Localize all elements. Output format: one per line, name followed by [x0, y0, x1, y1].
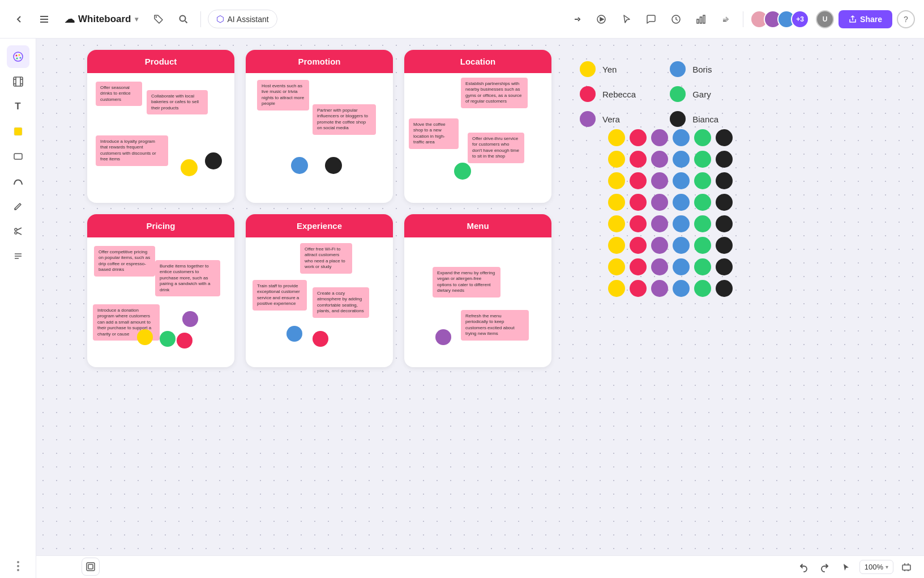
- sticky-note[interactable]: Create a cozy atmosphere by adding comfo…: [313, 287, 369, 318]
- play-button[interactable]: [591, 9, 611, 29]
- sidebar-icon-pen[interactable]: [7, 195, 29, 218]
- color-cell[interactable]: [673, 172, 690, 189]
- color-cell[interactable]: [651, 129, 668, 146]
- color-cell[interactable]: [608, 172, 625, 189]
- color-cell[interactable]: [630, 129, 647, 146]
- sticky-note[interactable]: Train staff to provide exceptional custo…: [253, 280, 307, 311]
- chat-button[interactable]: [641, 9, 661, 29]
- color-cell[interactable]: [716, 237, 733, 254]
- sidebar-icon-frame[interactable]: [7, 70, 29, 93]
- color-cell[interactable]: [651, 258, 668, 275]
- sidebar-icon-palette[interactable]: [7, 45, 29, 68]
- sidebar-icon-text[interactable]: T: [7, 95, 29, 118]
- color-cell[interactable]: [630, 215, 647, 232]
- sticky-note[interactable]: Offer drive-thru service for customers w…: [468, 133, 524, 163]
- color-cell[interactable]: [716, 280, 733, 297]
- color-cell[interactable]: [608, 129, 625, 146]
- color-cell[interactable]: [651, 215, 668, 232]
- color-cell[interactable]: [673, 194, 690, 211]
- color-cell[interactable]: [716, 129, 733, 146]
- color-cell[interactable]: [716, 215, 733, 232]
- sticky-note[interactable]: Offer seasonal drinks to entice customer…: [96, 82, 142, 106]
- sticky-note[interactable]: Move the coffee shop to a new location i…: [409, 118, 459, 149]
- chart-button[interactable]: [691, 9, 711, 29]
- color-cell[interactable]: [694, 215, 711, 232]
- color-cell[interactable]: [630, 172, 647, 189]
- cursor-button[interactable]: [616, 9, 636, 29]
- color-cell[interactable]: [694, 237, 711, 254]
- redo-button[interactable]: [816, 559, 833, 576]
- tag-button[interactable]: [148, 9, 169, 29]
- color-cell[interactable]: [630, 151, 647, 168]
- color-cell[interactable]: [673, 280, 690, 297]
- board-product: Product Offer seasonal drinks to entice …: [87, 50, 234, 203]
- user-avatar[interactable]: U: [816, 10, 834, 28]
- color-cell[interactable]: [716, 194, 733, 211]
- more-tools-button[interactable]: [716, 9, 736, 29]
- back-button[interactable]: [9, 9, 29, 29]
- color-cell[interactable]: [716, 151, 733, 168]
- frames-button[interactable]: [82, 558, 100, 576]
- sidebar-icon-shape[interactable]: [7, 145, 29, 168]
- sticky-note[interactable]: Establish partnerships with nearby busin…: [461, 78, 528, 108]
- zoom-control[interactable]: 100% ▾: [859, 560, 893, 574]
- share-button[interactable]: Share: [839, 10, 892, 28]
- expand-button[interactable]: [566, 9, 587, 29]
- sidebar-icon-curve[interactable]: [7, 170, 29, 193]
- sticky-note[interactable]: Refresh the menu periodically to keep cu…: [461, 310, 529, 341]
- help-button[interactable]: ?: [897, 10, 915, 28]
- sticky-note[interactable]: Bundle items together to entice customer…: [155, 260, 220, 296]
- sidebar-icon-scissors[interactable]: [7, 220, 29, 243]
- color-cell[interactable]: [608, 280, 625, 297]
- color-cell[interactable]: [608, 258, 625, 275]
- color-cell[interactable]: [716, 172, 733, 189]
- color-cell[interactable]: [651, 194, 668, 211]
- sticky-note[interactable]: Collaborate with local bakeries or cafes…: [147, 90, 208, 114]
- color-cell[interactable]: [608, 151, 625, 168]
- color-cell[interactable]: [694, 129, 711, 146]
- color-cell[interactable]: [651, 280, 668, 297]
- cursor-tool[interactable]: [838, 559, 855, 576]
- search-button[interactable]: [173, 9, 194, 29]
- color-cell[interactable]: [716, 258, 733, 275]
- undo-button[interactable]: [795, 559, 812, 576]
- color-cell[interactable]: [673, 151, 690, 168]
- sticky-note[interactable]: Expand the menu by offering vegan or all…: [433, 267, 500, 298]
- color-cell[interactable]: [651, 172, 668, 189]
- color-cell[interactable]: [694, 280, 711, 297]
- color-cell[interactable]: [630, 258, 647, 275]
- sidebar-more[interactable]: [17, 561, 19, 571]
- color-cell[interactable]: [630, 237, 647, 254]
- board-location-body: Establish partnerships with nearby busin…: [404, 73, 551, 203]
- color-cell[interactable]: [651, 237, 668, 254]
- sticky-note[interactable]: Partner with popular influencers or blog…: [313, 104, 376, 135]
- color-cell[interactable]: [608, 215, 625, 232]
- sidebar-icon-note[interactable]: [7, 120, 29, 143]
- fit-view-button[interactable]: [898, 559, 915, 576]
- sticky-note[interactable]: Offer competitive pricing on popular ite…: [94, 246, 155, 277]
- color-cell[interactable]: [694, 258, 711, 275]
- sticky-note[interactable]: Host events such as live music or trivia…: [257, 80, 309, 110]
- color-cell[interactable]: [694, 172, 711, 189]
- color-cell[interactable]: [673, 237, 690, 254]
- color-cell[interactable]: [630, 194, 647, 211]
- board-pricing: Pricing Offer competitive pricing on pop…: [87, 214, 234, 367]
- color-cell[interactable]: [673, 215, 690, 232]
- color-cell[interactable]: [694, 194, 711, 211]
- history-button[interactable]: [666, 9, 686, 29]
- sticky-note[interactable]: Offer free Wi-Fi to attract customers wh…: [300, 243, 352, 274]
- color-cell[interactable]: [694, 151, 711, 168]
- app-title[interactable]: ☁ Whiteboard ▾: [59, 10, 144, 29]
- color-cell[interactable]: [608, 237, 625, 254]
- left-sidebar: T: [0, 39, 36, 578]
- color-cell[interactable]: [608, 194, 625, 211]
- color-cell[interactable]: [630, 280, 647, 297]
- ai-assistant-button[interactable]: ⬡ AI Assistant: [208, 10, 277, 28]
- color-cell[interactable]: [673, 258, 690, 275]
- canvas[interactable]: Product Offer seasonal drinks to entice …: [36, 39, 924, 555]
- sidebar-icon-list[interactable]: [7, 245, 29, 267]
- menu-button[interactable]: [34, 9, 54, 29]
- color-cell[interactable]: [673, 129, 690, 146]
- sticky-note[interactable]: Introduce a loyalty program that rewards…: [96, 135, 168, 166]
- color-cell[interactable]: [651, 151, 668, 168]
